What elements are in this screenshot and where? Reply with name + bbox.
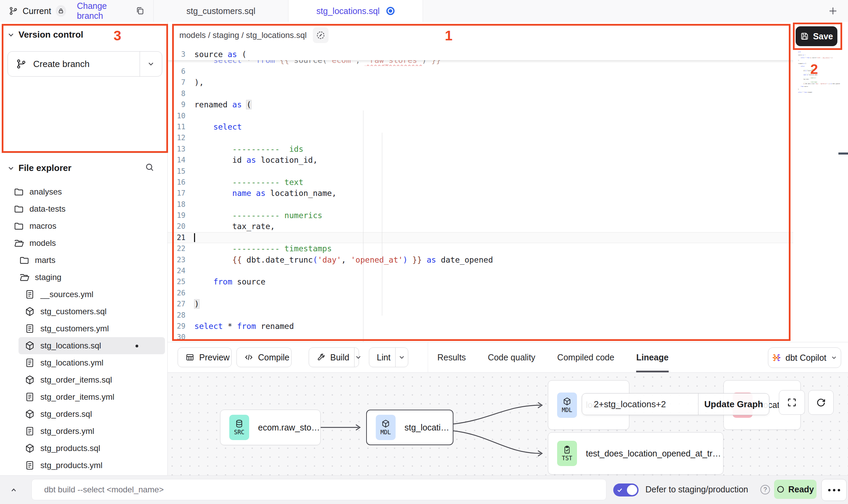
code-line-6[interactable]: 6	[168, 66, 793, 77]
code-line-28[interactable]: 28	[168, 310, 793, 321]
file-item-staging[interactable]: staging	[0, 269, 168, 286]
panel-tabs: ResultsCode qualityCompiled codeLineage	[437, 342, 669, 372]
search-icon[interactable]	[144, 162, 155, 172]
build-button[interactable]: Build	[309, 347, 359, 367]
code-line-30[interactable]: 30	[168, 332, 793, 342]
more-options-button[interactable]	[821, 479, 847, 501]
code-line-17[interactable]: 17 name as location_name,	[168, 188, 793, 199]
code-line-5[interactable]: select * from {{ source('ecom', 'raw_sto…	[168, 60, 793, 66]
tab-code-quality[interactable]: Code quality	[488, 342, 535, 372]
fullscreen-button[interactable]	[779, 390, 805, 415]
code-line-8[interactable]: 8	[168, 88, 793, 99]
create-branch-main[interactable]: Create branch	[8, 59, 140, 69]
dbt-copilot-button[interactable]: dbt Copilot	[768, 347, 841, 368]
expand-caret-button[interactable]	[6, 482, 21, 498]
tab-compiled-code[interactable]: Compiled code	[557, 342, 614, 372]
file-item-analyses[interactable]: analyses	[0, 183, 168, 200]
file-item-marts[interactable]: marts	[0, 252, 168, 269]
lineage-node-stg-locations[interactable]: MDLstg_locations	[366, 410, 453, 445]
file-item-stg-orders-sql[interactable]: stg_orders.sql	[0, 406, 168, 423]
file-item-stg-locations-sql[interactable]: stg_locations.sql	[18, 337, 165, 354]
dbt-copilot-label: dbt Copilot	[785, 353, 826, 363]
preview-button[interactable]: Preview	[178, 347, 232, 367]
defer-toggle[interactable]	[613, 483, 639, 496]
code-line-24[interactable]: 24	[168, 265, 793, 276]
command-footer: dbt build --select <model_name> Defer to…	[0, 475, 848, 504]
copy-icon[interactable]	[136, 6, 144, 15]
file-item-data-tests[interactable]: data-tests	[0, 200, 168, 217]
build-dropdown[interactable]	[354, 348, 362, 367]
code-line-11[interactable]: 11 select	[168, 121, 793, 132]
code-line-12[interactable]: 12	[168, 132, 793, 143]
compile-button[interactable]: Compile	[236, 347, 292, 367]
tab-results[interactable]: Results	[437, 342, 466, 372]
code-line-text: from source	[190, 276, 793, 287]
create-branch-button[interactable]: Create branch	[8, 51, 162, 77]
fullscreen-icon	[787, 397, 797, 408]
scrollbar-handle[interactable]	[838, 152, 848, 155]
help-icon[interactable]: ?	[760, 485, 770, 494]
file-item-stg-products-yml[interactable]: stg_products.yml	[0, 457, 168, 474]
tab-lineage[interactable]: Lineage	[636, 342, 668, 372]
line-number: 6	[168, 66, 190, 77]
lint-dropdown[interactable]	[395, 348, 408, 367]
code-line-16[interactable]: 16 ---------- text	[168, 177, 793, 188]
file-item-stg-customers-yml[interactable]: stg_customers.yml	[0, 320, 168, 337]
lineage-canvas[interactable]: SRCecom.raw_storesMDLstg_locationsMDLloc…	[168, 373, 848, 475]
file-item-models[interactable]: models	[0, 235, 168, 252]
file-item-label: stg_orders.sql	[40, 409, 92, 419]
code-line-19[interactable]: 19 ---------- numerics	[168, 210, 793, 221]
doc-icon	[25, 358, 35, 368]
code-line-23[interactable]: 23 {{ dbt.date_trunc('day', 'opened_at')…	[168, 254, 793, 265]
lineage-selector-input[interactable]: 2+stg_locations+2	[582, 394, 698, 415]
command-input[interactable]: dbt build --select <model_name>	[31, 479, 606, 500]
code-line-22[interactable]: 22 ---------- timestamps	[168, 243, 793, 254]
file-item-stg-orders-yml[interactable]: stg_orders.yml	[0, 423, 168, 440]
code-line-13[interactable]: 13 ---------- ids	[168, 144, 793, 155]
code-line-7[interactable]: 7),	[168, 77, 793, 88]
file-item-stg-customers-sql[interactable]: stg_customers.sql	[0, 303, 168, 320]
action-row: Preview Compile Build L	[168, 342, 848, 373]
lint-button[interactable]: Lint	[369, 347, 408, 367]
code-line-25[interactable]: 25 from source	[168, 276, 793, 287]
code-line-10[interactable]: 10	[168, 110, 793, 121]
file-item--sources-yml[interactable]: __sources.yml	[0, 286, 168, 303]
file-item-stg-order-items-sql[interactable]: stg_order_items.sql	[0, 371, 168, 388]
editor-tab-stg-customers[interactable]: stg_customers.sql	[153, 0, 288, 22]
editor-minimap[interactable]: with source as ( select * from {{ source…	[798, 51, 846, 140]
file-item-stg-locations-yml[interactable]: stg_locations.yml	[0, 354, 168, 371]
code-line-21[interactable]: 21	[168, 232, 793, 243]
code-icon	[244, 353, 253, 362]
create-branch-dropdown[interactable]	[140, 52, 162, 76]
code-line-14[interactable]: 14 id as location_id,	[168, 155, 793, 165]
editor-tab-stg-locations[interactable]: stg_locations.sql	[288, 0, 423, 22]
copilot-compass-icon[interactable]	[313, 27, 329, 43]
file-item-macros[interactable]: macros	[0, 217, 168, 235]
update-graph-button[interactable]: Update Graph	[698, 394, 769, 415]
file-item-label: stg_order_items.yml	[40, 392, 114, 402]
code-line-3[interactable]: 3source as (	[168, 49, 793, 60]
refresh-button[interactable]	[808, 390, 834, 415]
code-line-29[interactable]: 29select * from renamed	[168, 321, 793, 332]
code-line-26[interactable]: 26	[168, 288, 793, 299]
line-number: 15	[168, 166, 190, 177]
code-line-27[interactable]: 27)	[168, 299, 793, 309]
code-line-text: tax_rate,	[190, 221, 793, 232]
change-branch-link[interactable]: Change branch	[77, 1, 127, 21]
file-explorer-header[interactable]: File explorer	[7, 163, 161, 173]
code-editor[interactable]: 3source as ( select * from {{ source('ec…	[168, 49, 793, 342]
version-control-header[interactable]: Version control	[7, 29, 83, 40]
code-line-15[interactable]: 15	[168, 166, 793, 177]
file-item-stg-order-items-yml[interactable]: stg_order_items.yml	[0, 388, 168, 406]
lineage-node-test-does-location-opened-at-trunc[interactable]: TSTtest_does_location_opened_at_trunc_t…	[548, 432, 723, 475]
code-line-20[interactable]: 20 tax_rate,	[168, 221, 793, 232]
save-button[interactable]: Save	[796, 26, 837, 46]
new-tab-button[interactable]	[827, 5, 839, 17]
code-line-9[interactable]: 9renamed as (	[168, 99, 793, 110]
file-item-label: stg_order_items.sql	[40, 375, 112, 385]
file-item-stg-products-sql[interactable]: stg_products.sql	[0, 440, 168, 457]
code-line-text	[190, 288, 793, 299]
lineage-node-ecom-raw-stores[interactable]: SRCecom.raw_stores	[220, 410, 321, 445]
code-line-18[interactable]: 18	[168, 199, 793, 210]
chevron-down-icon	[831, 354, 837, 361]
